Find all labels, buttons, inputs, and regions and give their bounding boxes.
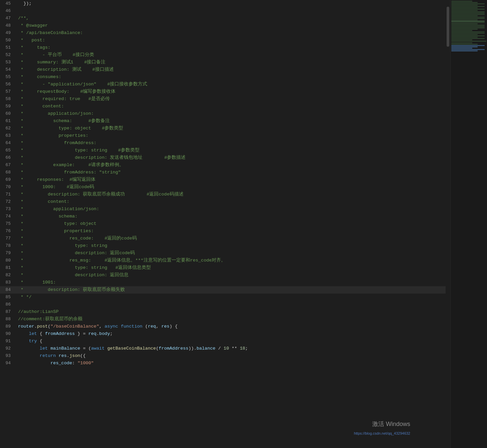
line-content-80: * res_msg: #返回体信息。***注意写的位置一定要和res_code对… — [17, 257, 450, 264]
line-num-91: 91 — [0, 338, 14, 345]
line-num-52: 52 — [0, 51, 14, 59]
code-line-71: 71 * description: 获取底层币余额成功 #返回code码描述 — [0, 191, 450, 198]
line-num-47: 47 — [0, 15, 14, 22]
code-line-50: 50 * post: — [0, 37, 450, 44]
line-num-46: 46 — [0, 7, 14, 15]
line-num-80: 80 — [0, 257, 14, 264]
line-content-82: * description: 返回信息 — [17, 272, 450, 279]
line-num-87: 87 — [0, 308, 14, 316]
code-line-70: 70 * 1000: #返回code码 — [0, 183, 450, 191]
line-content-68: * fromAddress: "string" — [17, 169, 450, 176]
line-num-54: 54 — [0, 66, 14, 73]
code-line-85: 85 * */ — [0, 294, 450, 301]
line-num-67: 67 — [0, 161, 14, 169]
code-line-58: 58 * required: true #是否必传 — [0, 95, 450, 103]
line-num-78: 78 — [0, 242, 14, 250]
code-line-92: 92 let mainBalance = (await getBaseCoinB… — [0, 345, 450, 352]
code-line-68: 68 * fromAddress: "string" — [0, 169, 450, 176]
line-num-45: 45 — [0, 0, 14, 7]
line-num-55: 55 — [0, 73, 14, 81]
line-num-89: 89 — [0, 323, 14, 330]
code-line-52: 52 * - 平台币 #接口分类 — [0, 51, 450, 59]
code-line-59: 59 * content: — [0, 103, 450, 110]
line-num-53: 53 — [0, 59, 14, 66]
line-content-79: * description: 返回code码 — [17, 250, 450, 257]
code-line-56: 56 * - "application/json" #接口接收参数方式 — [0, 81, 450, 88]
line-content-85: * */ — [17, 294, 450, 301]
line-num-83: 83 — [0, 279, 14, 286]
line-num-68: 68 — [0, 169, 14, 176]
line-num-72: 72 — [0, 198, 14, 205]
line-num-92: 92 — [0, 345, 14, 352]
line-content-61: * schema: #参数备注 — [17, 117, 450, 125]
line-content-93: return res.json({ — [17, 352, 450, 360]
code-line-88: 88 //comment:获取底层币的余额 — [0, 316, 450, 323]
code-line-93: 93 return res.json({ — [0, 352, 450, 360]
line-num-81: 81 — [0, 264, 14, 272]
line-content-89: router.post("/baseCoinBalance", async fu… — [17, 323, 450, 330]
code-line-84: 84 * description: 获取底层币余额失败 — [0, 286, 450, 294]
code-line-49: 49 * /api/baseCoinBalance: — [0, 29, 450, 37]
line-content-88: //comment:获取底层币的余额 — [17, 316, 450, 323]
line-content-49: * /api/baseCoinBalance: — [17, 29, 450, 37]
code-line-45: 45 }); — [0, 0, 450, 7]
code-line-89: 89 router.post("/baseCoinBalance", async… — [0, 323, 450, 330]
line-content-66: * description: 发送者钱包地址 #参数描述 — [17, 154, 450, 161]
line-content-92: let mainBalance = (await getBaseCoinBala… — [17, 345, 450, 352]
line-content-83: * 1001: — [17, 279, 450, 286]
code-line-81: 81 * type: string #返回体信息类型 — [0, 264, 450, 272]
line-content-77: * res_code: #返回的code码 — [17, 235, 450, 242]
line-content-74: * schema: — [17, 213, 450, 220]
code-line-55: 55 * consumes: — [0, 73, 450, 81]
line-content-78: * type: string — [17, 242, 450, 250]
code-line-86: 86 — [0, 301, 450, 308]
scrollbar-thumb[interactable] — [447, 7, 449, 47]
line-num-62: 62 — [0, 125, 14, 132]
line-num-64: 64 — [0, 139, 14, 147]
line-num-76: 76 — [0, 228, 14, 235]
line-content-71: * description: 获取底层币余额成功 #返回code码描述 — [17, 191, 450, 198]
code-line-48: 48 * @swagger — [0, 22, 450, 29]
code-line-74: 74 * schema: — [0, 213, 450, 220]
activation-watermark-url: https://blog.csdn.net/qq_43294632 — [354, 431, 410, 435]
line-content-47: /**, — [17, 15, 450, 22]
line-num-58: 58 — [0, 95, 14, 103]
line-num-59: 59 — [0, 103, 14, 110]
line-content-94: res_code: "1000" — [17, 360, 450, 367]
line-content-75: * type: object — [17, 220, 450, 228]
line-content-73: * application/json: — [17, 205, 450, 213]
line-num-85: 85 — [0, 294, 14, 301]
code-line-72: 72 * content: — [0, 198, 450, 205]
line-content-63: * properties: — [17, 132, 450, 139]
code-line-57: 57 * requestBody: #编写参数接收体 — [0, 88, 450, 95]
line-num-74: 74 — [0, 213, 14, 220]
line-content-56: * - "application/json" #接口接收参数方式 — [17, 81, 450, 88]
line-num-88: 88 — [0, 316, 14, 323]
line-content-91: try { — [17, 338, 450, 345]
line-content-48: * @swagger — [17, 22, 450, 29]
line-content-87: //author:LianSP — [17, 308, 450, 316]
code-line-80: 80 * res_msg: #返回体信息。***注意写的位置一定要和res_co… — [0, 257, 450, 264]
code-line-47: 47 /**, — [0, 15, 450, 22]
code-line-51: 51 * tags: — [0, 44, 450, 51]
scrollbar-track[interactable] — [446, 0, 450, 448]
code-line-53: 53 * summary: 测试1 #接口备注 — [0, 59, 450, 66]
editor-container: 45 }); 46 47 /**, 48 * @swagger — [0, 0, 487, 448]
line-content-81: * type: string #返回体信息类型 — [17, 264, 450, 272]
code-line-90: 90 let { fromAddress } = req.body; — [0, 330, 450, 338]
code-line-61: 61 * schema: #参数备注 — [0, 117, 450, 125]
line-content-45: }); — [17, 0, 450, 7]
code-line-69: 69 * responses: #编写返回体 — [0, 176, 450, 183]
line-num-84: 84 — [0, 286, 14, 294]
line-content-65: * type: string #参数类型 — [17, 147, 450, 154]
code-line-63: 63 * properties: — [0, 132, 450, 139]
code-line-60: 60 * application/json: — [0, 110, 450, 117]
line-content-84: * description: 获取底层币余额失败 — [17, 286, 450, 294]
line-num-63: 63 — [0, 132, 14, 139]
code-area: 45 }); 46 47 /**, 48 * @swagger — [0, 0, 450, 448]
code-line-83: 83 * 1001: — [0, 279, 450, 286]
line-num-49: 49 — [0, 29, 14, 37]
line-num-66: 66 — [0, 154, 14, 161]
line-num-73: 73 — [0, 205, 14, 213]
line-content-90: let { fromAddress } = req.body; — [17, 330, 450, 338]
